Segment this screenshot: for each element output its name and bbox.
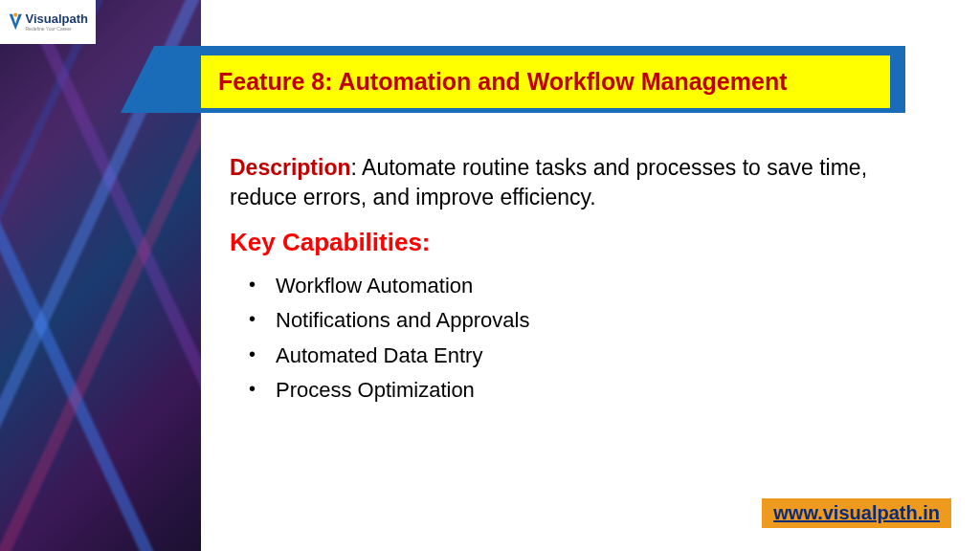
key-capabilities-heading: Key Capabilities:	[230, 228, 919, 257]
list-item: Notifications and Approvals	[249, 303, 919, 338]
list-item: Automated Data Entry	[249, 339, 919, 373]
logo: Visualpath Redefine Your Career	[0, 0, 96, 44]
description-label: Description	[230, 155, 351, 180]
logo-name: Visualpath	[25, 12, 88, 25]
list-item: Process Optimization	[249, 373, 919, 408]
slide-title: Feature 8: Automation and Workflow Manag…	[218, 68, 788, 96]
content-area: Description: Automate routine tasks and …	[230, 153, 919, 408]
description-paragraph: Description: Automate routine tasks and …	[230, 153, 919, 212]
website-link[interactable]: www.visualpath.in	[773, 502, 940, 523]
logo-v-icon	[8, 11, 23, 33]
capabilities-list: Workflow Automation Notifications and Ap…	[230, 269, 919, 408]
svg-point-0	[13, 13, 17, 17]
logo-tagline: Redefine Your Career	[25, 26, 88, 32]
website-link-box[interactable]: www.visualpath.in	[762, 498, 951, 528]
list-item: Workflow Automation	[249, 269, 919, 303]
title-bar: Feature 8: Automation and Workflow Manag…	[201, 55, 890, 108]
